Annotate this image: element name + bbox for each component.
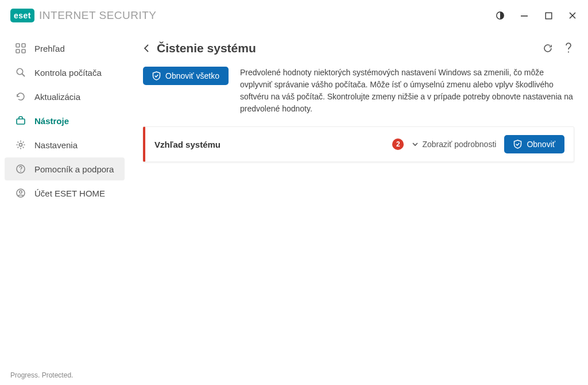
- svg-rect-1: [521, 16, 528, 17]
- sidebar-item-label: Pomocník a podpora: [34, 164, 114, 174]
- shield-icon: [513, 140, 522, 149]
- chevron-down-icon: [412, 141, 419, 148]
- page-title: Čistenie systému: [157, 41, 256, 55]
- system-appearance-card: Vzhľad systému 2 Zobraziť podrobnosti Ob…: [143, 126, 574, 162]
- shield-icon: [152, 71, 161, 80]
- window-controls: [495, 10, 578, 21]
- minimize-button[interactable]: [519, 10, 529, 21]
- svg-rect-2: [546, 13, 552, 19]
- restore-button[interactable]: Obnoviť: [504, 135, 564, 153]
- dashboard-icon: [15, 43, 26, 54]
- back-button[interactable]: [143, 44, 150, 53]
- logo-badge: eset: [10, 9, 34, 22]
- sidebar-item-label: Nastavenia: [34, 140, 78, 150]
- svg-line-8: [22, 74, 25, 77]
- sidebar-item-scan[interactable]: Kontrola počítača: [5, 61, 125, 84]
- sidebar-item-label: Prehľad: [34, 44, 65, 53]
- sidebar-item-label: Nástroje: [34, 116, 69, 126]
- svg-point-10: [19, 143, 22, 146]
- footer-tagline: Progress. Protected.: [10, 371, 73, 379]
- help-circle-icon: [15, 163, 26, 175]
- svg-rect-5: [16, 49, 20, 53]
- info-text: Predvolené hodnoty niektorých systémovýc…: [240, 67, 574, 115]
- close-button[interactable]: [567, 10, 578, 21]
- svg-point-14: [20, 191, 22, 194]
- count-badge: 2: [392, 138, 404, 150]
- sidebar-item-update[interactable]: Aktualizácia: [5, 85, 125, 108]
- svg-rect-4: [22, 44, 25, 47]
- refresh-icon: [15, 91, 26, 102]
- theme-toggle-icon[interactable]: [495, 10, 505, 21]
- restore-all-button[interactable]: Obnoviť všetko: [143, 67, 229, 85]
- sidebar-item-label: Kontrola počítača: [34, 68, 102, 78]
- svg-point-7: [17, 68, 22, 74]
- reload-icon[interactable]: [542, 43, 554, 54]
- sidebar-item-overview[interactable]: Prehľad: [5, 37, 125, 60]
- titlebar: eset INTERNET SECURITY: [0, 0, 588, 30]
- info-row: Obnoviť všetko Predvolené hodnoty niekto…: [143, 67, 574, 115]
- gear-icon: [15, 139, 26, 151]
- sidebar-item-settings[interactable]: Nastavenia: [5, 133, 125, 156]
- sidebar-item-account[interactable]: Účet ESET HOME: [5, 182, 125, 205]
- svg-rect-9: [17, 119, 25, 124]
- svg-point-15: [568, 51, 569, 52]
- sidebar-item-help[interactable]: Pomocník a podpora: [5, 157, 125, 180]
- user-circle-icon: [15, 187, 26, 199]
- sidebar-item-label: Aktualizácia: [34, 92, 80, 102]
- svg-rect-6: [22, 49, 25, 53]
- main-content: Čistenie systému Obnoviť všetko Predvole…: [129, 30, 588, 368]
- maximize-button[interactable]: [543, 10, 554, 21]
- toolbox-icon: [15, 115, 26, 126]
- svg-point-12: [20, 171, 21, 172]
- help-icon[interactable]: [563, 43, 574, 54]
- card-title: Vzhľad systému: [154, 140, 220, 149]
- logo-text: INTERNET SECURITY: [39, 9, 157, 22]
- page-header: Čistenie systému: [143, 41, 574, 55]
- svg-rect-3: [16, 44, 20, 47]
- sidebar-item-label: Účet ESET HOME: [34, 188, 105, 198]
- app-logo: eset INTERNET SECURITY: [10, 9, 157, 22]
- search-icon: [15, 67, 26, 78]
- sidebar: Prehľad Kontrola počítača Aktualizácia N…: [0, 30, 129, 368]
- sidebar-item-tools[interactable]: Nástroje: [5, 109, 125, 132]
- show-details-link[interactable]: Zobraziť podrobnosti: [412, 140, 496, 149]
